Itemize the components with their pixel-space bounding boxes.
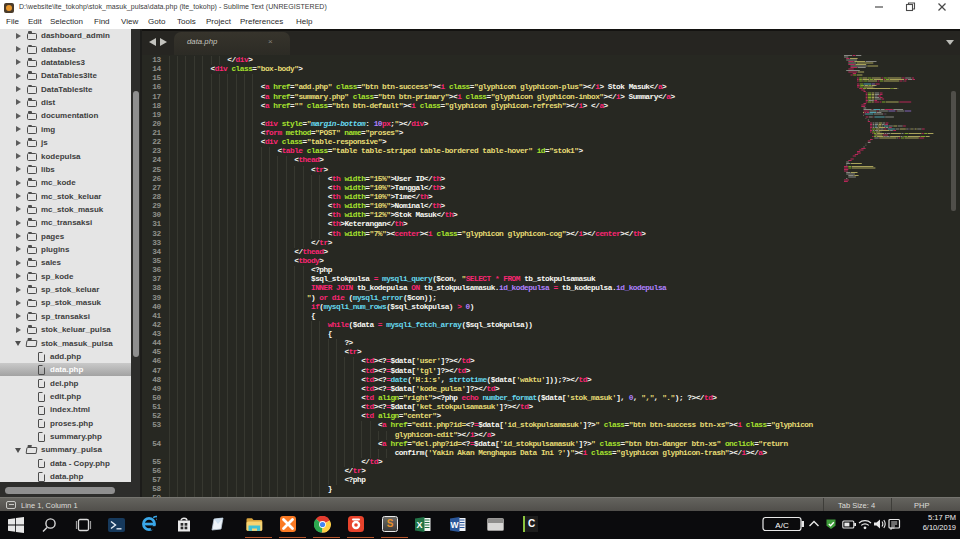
svg-text:X: X: [416, 519, 422, 529]
svg-text:A/C: A/C: [775, 521, 789, 530]
svg-text:W: W: [450, 519, 459, 529]
